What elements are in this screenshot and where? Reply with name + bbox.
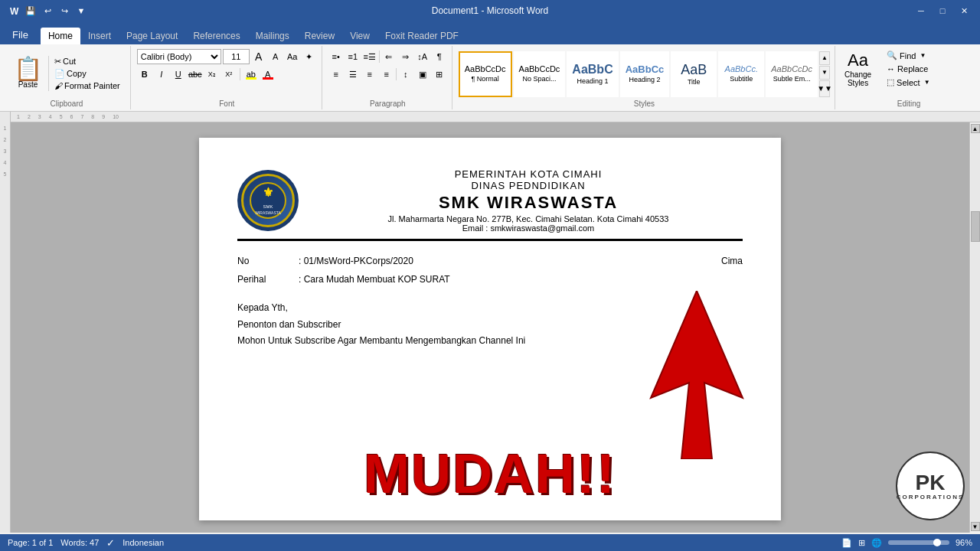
- tab-page-layout[interactable]: Page Layout: [119, 28, 185, 44]
- styles-expand-button[interactable]: ▼▼: [819, 80, 830, 97]
- view-full-btn[interactable]: ⊞: [858, 538, 865, 548]
- style-nospace-label: No Spaci...: [522, 75, 556, 83]
- undo-quick-btn[interactable]: ↩: [40, 3, 55, 18]
- shading-button[interactable]: ▣: [415, 67, 430, 82]
- font-increase-button[interactable]: A: [251, 49, 266, 64]
- editing-group-label: Editing: [877, 99, 940, 108]
- select-button[interactable]: ⬚ Select ▼: [882, 76, 936, 89]
- numbering-button[interactable]: ≡1: [345, 49, 361, 64]
- scroll-track[interactable]: [971, 133, 980, 522]
- maximize-button[interactable]: □: [933, 3, 952, 18]
- style-subtle-preview: AaBbCcDc: [771, 65, 812, 73]
- decrease-indent-button[interactable]: ⇐: [381, 49, 397, 64]
- bold-button[interactable]: B: [137, 67, 152, 82]
- font-decrease-button[interactable]: A: [268, 49, 283, 64]
- view-print-btn[interactable]: 📄: [841, 538, 852, 548]
- italic-button[interactable]: I: [154, 67, 169, 82]
- style-h1-label: Heading 1: [577, 77, 608, 85]
- styles-scroll-down[interactable]: ▼: [819, 66, 830, 80]
- align-right-button[interactable]: ≡: [362, 67, 377, 82]
- top-ruler: 1 2 3 4 5 6 7 8 9 10: [11, 112, 980, 122]
- superscript-button[interactable]: X²: [221, 67, 237, 82]
- school-logo: ⚜ SMK WIRASWASTA: [237, 170, 299, 231]
- align-center-button[interactable]: ☰: [345, 67, 361, 82]
- show-marks-button[interactable]: ¶: [432, 49, 447, 64]
- tab-home[interactable]: Home: [41, 28, 80, 44]
- format-painter-icon: 🖌: [54, 81, 63, 90]
- change-styles-button[interactable]: Aa ChangeStyles: [841, 47, 874, 90]
- pesan-text: Mohon Untuk Subscribe Agar Membantu Meng…: [237, 333, 743, 350]
- strikethrough-button[interactable]: abc: [188, 67, 203, 82]
- find-button[interactable]: 🔍 Find ▼: [882, 49, 936, 62]
- clipboard-group: 📋 Paste ✂ Cut 📄 Copy 🖌 Format Painter Cl…: [3, 46, 131, 109]
- language[interactable]: Indonesian: [122, 538, 164, 547]
- lh-line3: SMK WIRASWASTA: [314, 193, 743, 213]
- sort-button[interactable]: ↕A: [415, 49, 430, 64]
- replace-label: Replace: [897, 64, 928, 73]
- view-web-btn[interactable]: 🌐: [871, 538, 882, 548]
- zoom-slider[interactable]: [888, 540, 949, 545]
- line-spacing-button[interactable]: ↕: [398, 67, 413, 82]
- bullets-button[interactable]: ≡•: [328, 49, 344, 64]
- font-size-input[interactable]: [223, 49, 250, 64]
- tab-insert[interactable]: Insert: [80, 28, 119, 44]
- style-heading2[interactable]: AaBbCc Heading 2: [620, 51, 670, 97]
- borders-button[interactable]: ⊞: [432, 67, 447, 82]
- save-quick-btn[interactable]: 💾: [23, 3, 38, 18]
- style-subtle-em[interactable]: AaBbCcDc Subtle Em...: [766, 51, 818, 97]
- minimize-button[interactable]: ─: [911, 3, 931, 18]
- pk-corporations-logo: PK CORPORATIONS: [896, 452, 965, 520]
- penerima-text: Penonton dan Subscriber: [237, 317, 743, 334]
- tab-file[interactable]: File: [2, 25, 39, 44]
- clipboard-sub: ✂ Cut 📄 Copy 🖌 Format Painter: [49, 56, 126, 91]
- underline-button[interactable]: U: [171, 67, 186, 82]
- highlight-button[interactable]: ab: [243, 67, 259, 82]
- letter-body[interactable]: No : 01/MsWord-PKCorps/2020 Cima Perihal…: [237, 253, 743, 350]
- redo-quick-btn[interactable]: ↪: [57, 3, 72, 18]
- style-title[interactable]: AaB Title: [671, 51, 717, 97]
- style-subtitle[interactable]: AaBbCc. Subtitle: [718, 51, 764, 97]
- text-effects-button[interactable]: ✦: [302, 49, 317, 64]
- justify-button[interactable]: ≡: [379, 67, 394, 82]
- document-content[interactable]: ⚜ SMK WIRASWASTA PEMERINTAH KOTA CIMAHI …: [11, 122, 969, 533]
- style-h2-label: Heading 2: [629, 76, 660, 83]
- style-normal[interactable]: AaBbCcDc ¶ Normal: [459, 51, 512, 97]
- copy-button[interactable]: 📄 Copy: [52, 68, 122, 80]
- tab-review[interactable]: Review: [297, 28, 342, 44]
- format-painter-button[interactable]: 🖌 Format Painter: [52, 80, 122, 91]
- scroll-down-btn[interactable]: ▼: [971, 522, 980, 531]
- replace-button[interactable]: ↔ Replace: [882, 63, 936, 75]
- font-color-button[interactable]: A: [260, 67, 276, 82]
- para-row1: ≡• ≡1 ≡☰ ⇐ ⇒ ↕A ¶: [328, 49, 447, 64]
- cut-button[interactable]: ✂ Cut: [52, 56, 122, 67]
- replace-icon: ↔: [887, 64, 895, 73]
- font-family-select[interactable]: Calibri (Body): [137, 49, 221, 64]
- style-subtle-label: Subtle Em...: [773, 75, 811, 83]
- tab-mailings[interactable]: Mailings: [248, 28, 297, 44]
- spell-check-icon[interactable]: ✓: [106, 537, 115, 549]
- select-icon: ⬚: [887, 77, 894, 87]
- vertical-scrollbar[interactable]: ▲ ▼: [969, 122, 980, 533]
- subscript-button[interactable]: X₂: [204, 67, 220, 82]
- increase-indent-button[interactable]: ⇒: [398, 49, 413, 64]
- style-no-spacing[interactable]: AaBbCcDc No Spaci...: [514, 51, 566, 97]
- document-scroll-area: ⚜ SMK WIRASWASTA PEMERINTAH KOTA CIMAHI …: [11, 122, 980, 533]
- scroll-thumb[interactable]: [971, 211, 980, 242]
- svg-text:⚜: ⚜: [263, 186, 273, 199]
- lh-line5: Email : smkwiraswasta@gmail.com: [314, 223, 743, 233]
- clear-format-button[interactable]: Aa: [285, 49, 300, 64]
- tab-view[interactable]: View: [342, 28, 377, 44]
- align-left-button[interactable]: ≡: [328, 67, 344, 82]
- customize-quick-btn[interactable]: ▼: [74, 3, 89, 18]
- document-page[interactable]: ⚜ SMK WIRASWASTA PEMERINTAH KOTA CIMAHI …: [199, 138, 781, 520]
- styles-scroll-up[interactable]: ▲: [819, 51, 830, 65]
- scroll-up-btn[interactable]: ▲: [971, 124, 980, 133]
- tab-references[interactable]: References: [185, 28, 247, 44]
- font-group-label: Font: [132, 99, 322, 108]
- style-h1-preview: AaBbC: [572, 64, 612, 76]
- paste-button[interactable]: 📋 Paste: [8, 56, 49, 91]
- style-heading1[interactable]: AaBbC Heading 1: [567, 51, 618, 97]
- multilevel-button[interactable]: ≡☰: [362, 49, 377, 64]
- tab-foxit[interactable]: Foxit Reader PDF: [377, 28, 466, 44]
- close-button[interactable]: ✕: [954, 3, 974, 18]
